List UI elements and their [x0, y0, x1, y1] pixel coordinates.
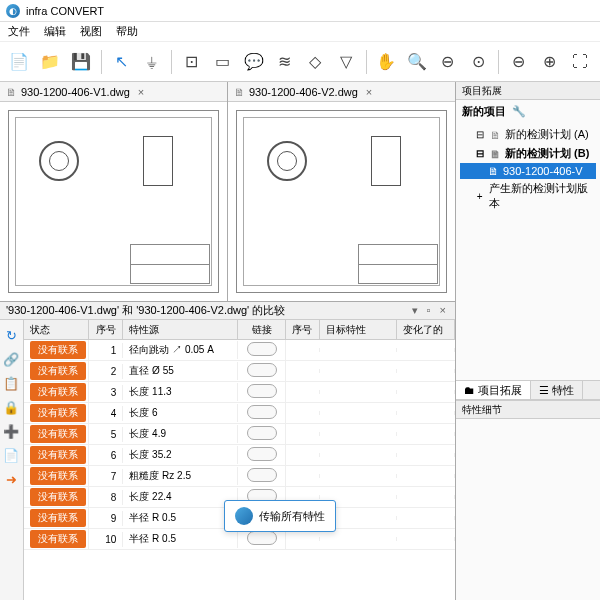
detail-header: 特性细节: [456, 401, 600, 419]
cell-feature: 长度 35.2: [123, 446, 238, 464]
select-rect-icon[interactable]: ▭: [209, 48, 236, 76]
table-row[interactable]: 没有联系7粗糙度 Rz 2.5: [24, 466, 455, 487]
comment-icon[interactable]: 💬: [240, 48, 267, 76]
save-icon[interactable]: 💾: [68, 48, 95, 76]
table-row[interactable]: 没有联系10半径 R 0.5: [24, 529, 455, 550]
drawing-tab-left[interactable]: 🗎 930-1200-406-V1.dwg ×: [0, 82, 227, 102]
menu-edit[interactable]: 编辑: [44, 24, 66, 39]
status-badge: 没有联系: [30, 509, 86, 527]
new-icon[interactable]: 📄: [6, 48, 33, 76]
tree-icon: 🖿: [464, 384, 475, 396]
cell-target: [320, 369, 397, 373]
table-row[interactable]: 没有联系3长度 11.3: [24, 382, 455, 403]
circle-plus-icon[interactable]: ⊕: [536, 48, 563, 76]
link-toggle[interactable]: [247, 531, 277, 545]
col-feature-src[interactable]: 特性源: [123, 320, 238, 339]
close-icon[interactable]: ×: [366, 86, 372, 98]
zoom-out-icon[interactable]: ⊖: [434, 48, 461, 76]
tree-plan-a-label: 新的检测计划 (A): [505, 127, 589, 142]
status-badge: 没有联系: [30, 530, 86, 548]
wrench-icon[interactable]: 🔧: [512, 105, 526, 118]
col-link[interactable]: 链接: [238, 320, 286, 339]
cell-seq: 7: [89, 469, 123, 484]
cell-seq: 2: [89, 364, 123, 379]
menu-bar: 文件 编辑 视图 帮助: [0, 22, 600, 42]
cell-seq: 4: [89, 406, 123, 421]
clipboard-icon[interactable]: 📋: [0, 372, 22, 394]
list-icon: ☰: [539, 384, 549, 397]
drawing-sheet: [8, 110, 219, 293]
cell-feature: 长度 11.3: [123, 383, 238, 401]
tag-icon[interactable]: ◇: [302, 48, 329, 76]
separator: [366, 50, 367, 74]
refresh-icon[interactable]: ↻: [0, 324, 22, 346]
cell-changed: [397, 411, 455, 415]
zoom-icon[interactable]: 🔍: [404, 48, 431, 76]
title-bar: ◐ infra CONVERT: [0, 0, 600, 22]
zoom-region-icon[interactable]: ⊡: [178, 48, 205, 76]
compare-title: '930-1200-406-V1.dwg' 和 '930-1200-406-V2…: [6, 303, 285, 318]
circle-minus-icon[interactable]: ⊖: [505, 48, 532, 76]
close-icon[interactable]: ×: [138, 86, 144, 98]
cell-target: [320, 474, 397, 478]
cell-changed: [397, 474, 455, 478]
tree-plan-b[interactable]: ⊟ 🗎 新的检测计划 (B): [460, 144, 596, 163]
drawing-view-right[interactable]: [228, 102, 455, 301]
zoom-fit-icon[interactable]: ⊙: [465, 48, 492, 76]
export-icon[interactable]: ➜: [0, 468, 22, 490]
tab-expand[interactable]: 🖿项目拓展: [456, 381, 531, 399]
copy-icon[interactable]: 📄: [0, 444, 22, 466]
filter-icon[interactable]: ▽: [333, 48, 360, 76]
status-badge: 没有联系: [30, 362, 86, 380]
main-panel: 🗎 930-1200-406-V1.dwg × 🗎 930-1200-406-V…: [0, 82, 455, 600]
mechanical-drawing: [29, 131, 89, 191]
link-toggle[interactable]: [247, 363, 277, 377]
link-icon[interactable]: 🔗: [0, 348, 22, 370]
menu-view[interactable]: 视图: [80, 24, 102, 39]
menu-help[interactable]: 帮助: [116, 24, 138, 39]
table-row[interactable]: 没有联系4长度 6: [24, 403, 455, 424]
separator: [101, 50, 102, 74]
pointer-icon[interactable]: ↖: [108, 48, 135, 76]
menu-file[interactable]: 文件: [8, 24, 30, 39]
link-toggle[interactable]: [247, 426, 277, 440]
app-title: infra CONVERT: [26, 5, 104, 17]
panel-controls[interactable]: ▾ ▫ ×: [412, 304, 449, 317]
table-row[interactable]: 没有联系5长度 4.9: [24, 424, 455, 445]
cell-feature: 粗糙度 Rz 2.5: [123, 467, 238, 485]
open-icon[interactable]: 📁: [37, 48, 64, 76]
stamp-icon[interactable]: ⏚: [139, 48, 166, 76]
cell-changed: [397, 516, 455, 520]
lock-icon[interactable]: 🔒: [0, 396, 22, 418]
table-row[interactable]: 没有联系1径向跳动 ↗ 0.05 A: [24, 340, 455, 361]
tree-file-selected[interactable]: 🗎 930-1200-406-V: [460, 163, 596, 179]
expand-icon[interactable]: ⛶: [567, 48, 594, 76]
link-toggle[interactable]: [247, 342, 277, 356]
link-toggle[interactable]: [247, 468, 277, 482]
compare-table[interactable]: 状态 序号 特性源 链接 序号 目标特性 变化了的 没有联系1径向跳动 ↗ 0.…: [24, 320, 455, 600]
tree-plan-a[interactable]: ⊟ 🗎 新的检测计划 (A): [460, 125, 596, 144]
project-tree: ⊟ 🗎 新的检测计划 (A) ⊟ 🗎 新的检测计划 (B) 🗎 930-1200…: [456, 123, 600, 380]
add-icon[interactable]: ➕: [0, 420, 22, 442]
tree-generate[interactable]: + 产生新的检测计划版本: [460, 179, 596, 213]
col-target[interactable]: 目标特性: [320, 320, 397, 339]
col-seq2[interactable]: 序号: [286, 320, 320, 339]
col-changed[interactable]: 变化了的: [397, 320, 455, 339]
table-row[interactable]: 没有联系6长度 35.2: [24, 445, 455, 466]
table-row[interactable]: 没有联系2直径 Ø 55: [24, 361, 455, 382]
table-header: 状态 序号 特性源 链接 序号 目标特性 变化了的: [24, 320, 455, 340]
toolbar: 📄 📁 💾 ↖ ⏚ ⊡ ▭ 💬 ≋ ◇ ▽ ✋ 🔍 ⊖ ⊙ ⊖ ⊕ ⛶: [0, 42, 600, 82]
transfer-all-button[interactable]: 传输所有特性: [224, 500, 336, 532]
drawing-view-left[interactable]: [0, 102, 227, 301]
link-toggle[interactable]: [247, 405, 277, 419]
link-toggle[interactable]: [247, 384, 277, 398]
col-seq[interactable]: 序号: [89, 320, 123, 339]
tab-properties[interactable]: ☰特性: [531, 381, 583, 399]
link-toggle[interactable]: [247, 447, 277, 461]
drawing-tab-right[interactable]: 🗎 930-1200-406-V2.dwg ×: [228, 82, 455, 102]
pan-icon[interactable]: ✋: [373, 48, 400, 76]
col-status[interactable]: 状态: [24, 320, 89, 339]
cell-feature: 半径 R 0.5: [123, 530, 238, 548]
cell-seq2: [286, 348, 320, 352]
layers-icon[interactable]: ≋: [271, 48, 298, 76]
